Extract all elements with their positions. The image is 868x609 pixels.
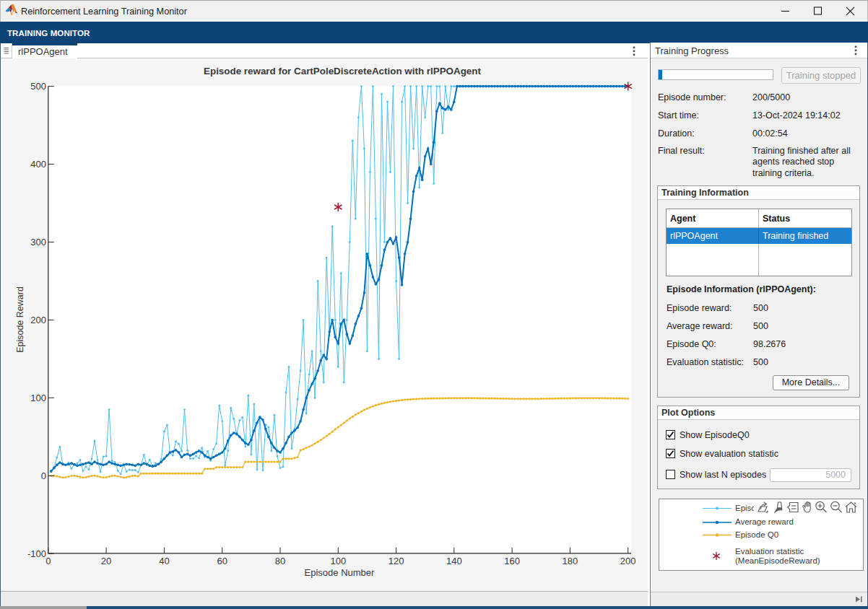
svg-text:Episode Number: Episode Number <box>305 567 375 578</box>
svg-text:400: 400 <box>30 159 46 170</box>
svg-text:Episode reward for CartPoleDis: Episode reward for CartPoleDiscreteActio… <box>204 66 481 76</box>
svg-text:100: 100 <box>30 393 46 403</box>
svg-text:200: 200 <box>620 556 636 566</box>
svg-text:100: 100 <box>330 556 346 566</box>
svg-text:-100: -100 <box>27 548 46 559</box>
svg-text:120: 120 <box>389 556 404 566</box>
svg-text:Episode Reward: Episode Reward <box>15 286 25 353</box>
svg-text:500: 500 <box>30 81 46 92</box>
svg-text:0: 0 <box>41 470 46 481</box>
svg-text:140: 140 <box>446 556 462 566</box>
svg-text:180: 180 <box>563 556 578 566</box>
svg-text:80: 80 <box>275 556 285 566</box>
svg-text:40: 40 <box>159 556 169 566</box>
svg-text:300: 300 <box>30 237 46 247</box>
svg-text:0: 0 <box>45 556 51 566</box>
svg-text:20: 20 <box>101 556 111 566</box>
svg-text:160: 160 <box>504 556 520 566</box>
svg-text:60: 60 <box>217 556 227 566</box>
svg-text:200: 200 <box>30 315 46 325</box>
